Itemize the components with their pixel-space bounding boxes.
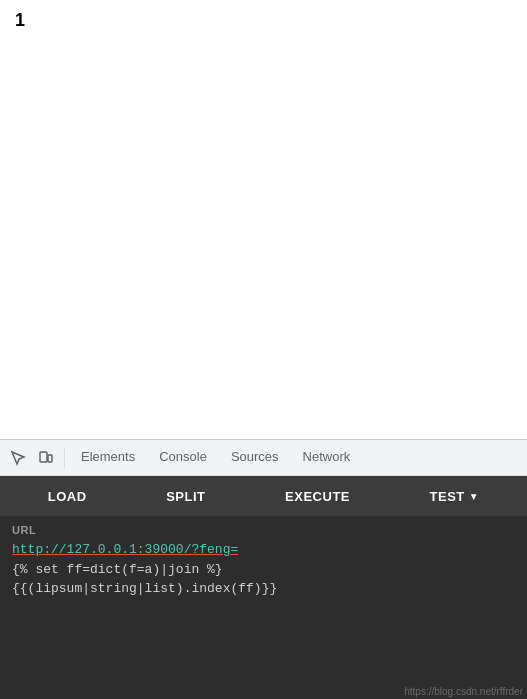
load-button[interactable]: LOAD — [36, 483, 99, 510]
device-icon[interactable] — [32, 444, 60, 472]
inspector-icon[interactable] — [4, 444, 32, 472]
url-text: http://127.0.0.1:39000/?feng= {% set ff=… — [12, 540, 515, 599]
tab-console[interactable]: Console — [147, 440, 219, 476]
devtools-toolbar: LOAD SPLIT EXECUTE TEST ▼ — [0, 476, 527, 516]
url-line3: {{(lipsum|string|list).index(ff)}} — [12, 579, 515, 599]
test-dropdown-arrow: ▼ — [469, 491, 479, 502]
devtools-content: URL http://127.0.0.1:39000/?feng= {% set… — [0, 516, 527, 699]
svg-rect-1 — [48, 455, 52, 462]
url-line1: http://127.0.0.1:39000/?feng= — [12, 540, 515, 560]
watermark: https://blog.csdn.net/rffrder — [404, 686, 523, 697]
url-label: URL — [12, 524, 515, 536]
execute-button[interactable]: EXECUTE — [273, 483, 362, 510]
svg-rect-0 — [40, 452, 47, 462]
devtools-topbar: Elements Console Sources Network — [0, 440, 527, 476]
page-number: 1 — [15, 10, 25, 31]
tab-elements[interactable]: Elements — [69, 440, 147, 476]
devtools-panel: Elements Console Sources Network LOAD SP… — [0, 440, 527, 699]
url-line2: {% set ff=dict(f=a)|join %} — [12, 560, 515, 580]
page-content: 1 — [0, 0, 527, 440]
test-button[interactable]: TEST ▼ — [418, 483, 492, 510]
topbar-divider — [64, 448, 65, 468]
tab-network[interactable]: Network — [291, 440, 363, 476]
tab-sources[interactable]: Sources — [219, 440, 291, 476]
split-button[interactable]: SPLIT — [154, 483, 217, 510]
